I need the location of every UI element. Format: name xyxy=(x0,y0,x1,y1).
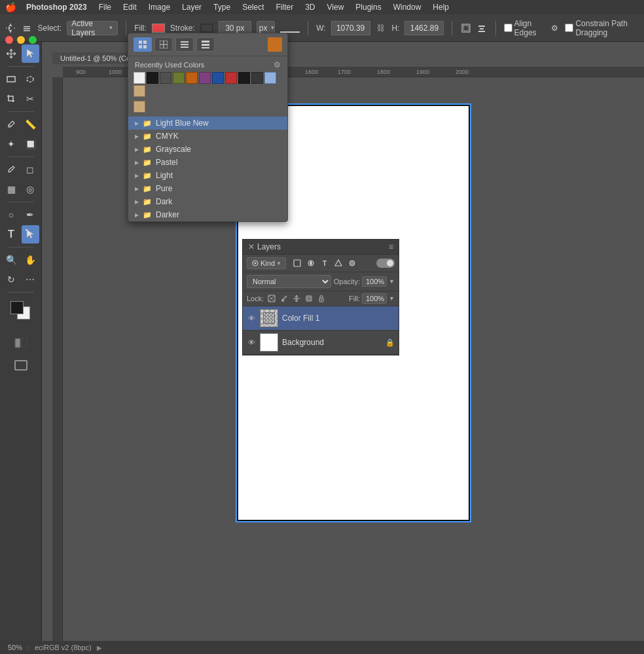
swatch-darkgray[interactable] xyxy=(238,72,250,84)
slice-tool[interactable]: ✂ xyxy=(22,90,39,108)
lock-position-icon[interactable] xyxy=(291,293,302,304)
color-group-light[interactable]: ▶ 📁 Light xyxy=(128,169,287,182)
filter-toggle[interactable] xyxy=(376,259,395,268)
color-group-pure[interactable]: ▶ 📁 Pure xyxy=(128,182,287,195)
swatch-gray[interactable] xyxy=(160,72,171,84)
popup-color-preview[interactable] xyxy=(268,37,282,52)
brush-tool[interactable] xyxy=(3,160,20,179)
menu-type[interactable]: Type xyxy=(208,1,236,13)
window-minimize-button[interactable] xyxy=(17,36,25,44)
settings-icon[interactable]: ⚙ xyxy=(549,21,560,35)
width-input[interactable] xyxy=(331,21,370,35)
swatch-white[interactable] xyxy=(134,72,145,84)
window-close-button[interactable] xyxy=(5,36,13,44)
constrain-path-checkbox[interactable] xyxy=(565,24,573,32)
path-selection-tool[interactable] xyxy=(22,225,39,244)
pen-tool[interactable]: ✒ xyxy=(22,206,39,224)
color-group-grayscale[interactable]: ▶ 📁 Grayscale xyxy=(128,143,287,156)
filter-adjust-icon[interactable] xyxy=(305,257,317,269)
window-maximize-button[interactable] xyxy=(29,36,37,44)
crop-tool[interactable] xyxy=(3,90,20,108)
fill-dropdown-arrow[interactable]: ▼ xyxy=(389,295,395,302)
direct-selection-tool[interactable] xyxy=(22,45,39,63)
popup-tab-list-small[interactable] xyxy=(175,37,194,52)
rotate-3d-tool[interactable]: ↻ xyxy=(3,270,20,289)
hand-tool[interactable]: ✋ xyxy=(22,251,39,269)
move-tool[interactable] xyxy=(3,45,20,63)
screen-mode-toggle[interactable] xyxy=(12,356,30,374)
stamp-tool[interactable]: 🔲 xyxy=(22,135,39,153)
swatch-lightblue[interactable] xyxy=(264,72,276,84)
menu-plugins[interactable]: Plugins xyxy=(350,1,386,13)
menu-image[interactable]: Image xyxy=(143,1,175,13)
menu-edit[interactable]: Edit xyxy=(118,1,142,13)
color-picker-settings-button[interactable]: ⚙ xyxy=(274,60,281,69)
quick-mask-toggle[interactable] xyxy=(12,334,30,352)
stroke-style[interactable] xyxy=(280,24,300,33)
swatch-tan2[interactable] xyxy=(134,101,145,113)
panel-menu-button[interactable]: ≡ xyxy=(389,242,393,251)
layer-item-background[interactable]: 👁 Background 🔒 xyxy=(243,331,399,355)
menu-help[interactable]: Help xyxy=(427,1,454,13)
menu-file[interactable]: File xyxy=(94,1,116,13)
color-group-cmyk[interactable]: ▶ 📁 CMYK xyxy=(128,130,287,143)
lock-transparent-icon[interactable] xyxy=(266,293,277,304)
popup-tab-grid-small[interactable] xyxy=(134,37,152,52)
swatch-olive[interactable] xyxy=(173,72,185,84)
swatch-red[interactable] xyxy=(225,72,237,84)
layer-item-color-fill[interactable]: 👁 Color Fill 1 xyxy=(243,306,399,331)
menu-select[interactable]: Select xyxy=(237,1,269,13)
eyedropper-tool[interactable] xyxy=(3,115,20,134)
filter-pixel-icon[interactable] xyxy=(291,257,303,269)
apple-menu[interactable]: 🍎 xyxy=(5,2,16,12)
menu-window[interactable]: Window xyxy=(388,1,427,13)
menu-view[interactable]: View xyxy=(322,1,349,13)
type-tool[interactable]: T xyxy=(3,225,20,244)
layer-visibility-toggle-color-fill[interactable]: 👁 xyxy=(247,314,256,323)
fill-color-swatch[interactable] xyxy=(152,24,165,33)
swatch-purple[interactable] xyxy=(199,72,211,84)
filter-kind-dropdown[interactable]: Kind ▼ xyxy=(247,257,286,269)
align-icon[interactable] xyxy=(476,21,488,35)
constrain-icon[interactable]: ⛓ xyxy=(376,21,387,35)
color-group-darker[interactable]: ▶ 📁 Darker xyxy=(128,208,287,221)
opacity-input[interactable] xyxy=(362,276,387,287)
panel-close-button[interactable]: ✕ xyxy=(248,242,255,251)
blend-mode-select[interactable]: Normal xyxy=(247,275,331,288)
swatch-orange[interactable] xyxy=(186,72,198,84)
blur-tool[interactable]: ◎ xyxy=(22,180,39,198)
lock-artboard-icon[interactable] xyxy=(304,293,314,304)
transform-icon[interactable] xyxy=(460,21,471,35)
swatch-black[interactable] xyxy=(147,72,158,84)
options-icon[interactable] xyxy=(22,21,33,35)
foreground-color-well[interactable] xyxy=(10,301,24,314)
gradient-tool[interactable]: ▦ xyxy=(3,180,20,198)
eraser-tool[interactable]: ◻ xyxy=(22,160,39,179)
color-group-light-blue-new[interactable]: ▶ 📁 Light Blue New xyxy=(128,117,287,130)
fill-input[interactable] xyxy=(362,293,387,304)
menu-layer[interactable]: Layer xyxy=(177,1,207,13)
opacity-dropdown-arrow[interactable]: ▼ xyxy=(389,278,395,285)
ruler-tool[interactable]: 📏 xyxy=(22,115,39,134)
popup-tab-list-large[interactable] xyxy=(196,37,215,52)
status-expand-arrow[interactable]: ▶ xyxy=(97,644,102,651)
swatch-blue[interactable] xyxy=(212,72,224,84)
extra-tools[interactable]: ⋯ xyxy=(22,270,39,289)
filter-type-icon[interactable]: T xyxy=(319,257,331,269)
spot-heal-tool[interactable]: ✦ xyxy=(3,135,20,153)
dodge-tool[interactable]: ○ xyxy=(3,206,20,224)
lock-paint-icon[interactable] xyxy=(279,293,289,304)
lasso-tool[interactable] xyxy=(22,70,39,88)
color-group-pastel[interactable]: ▶ 📁 Pastel xyxy=(128,156,287,169)
swatch-tan[interactable] xyxy=(134,85,145,97)
filter-smart-icon[interactable] xyxy=(346,257,358,269)
active-layers-dropdown[interactable]: Active Layers ▼ xyxy=(67,21,118,35)
zoom-tool[interactable]: 🔍 xyxy=(3,251,20,269)
swatch-charcoal[interactable] xyxy=(251,72,263,84)
rectangle-tool[interactable] xyxy=(3,70,20,88)
lock-all-icon[interactable] xyxy=(316,293,327,304)
color-group-dark[interactable]: ▶ 📁 Dark xyxy=(128,195,287,208)
popup-tab-grid-large[interactable] xyxy=(154,37,173,52)
layer-visibility-toggle-background[interactable]: 👁 xyxy=(247,338,256,347)
stroke-color-swatch[interactable] xyxy=(200,24,213,33)
